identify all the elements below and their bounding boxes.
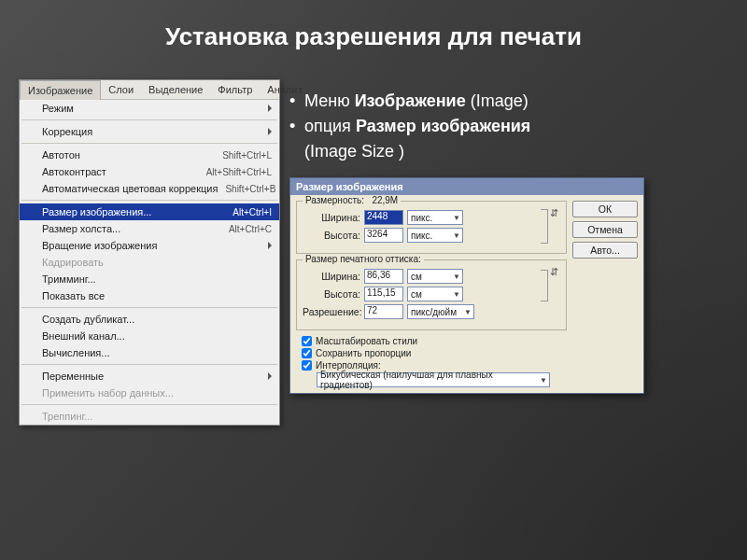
menu-shortcut: Shift+Ctrl+L — [215, 150, 272, 161]
menu-item[interactable]: АвтоконтрастAlt+Shift+Ctrl+L — [20, 163, 279, 180]
menu-separator — [21, 404, 277, 405]
width-label-print: Ширина: — [303, 271, 360, 282]
menu-item[interactable]: Переменные — [20, 368, 279, 385]
menu-item: Применить набор данных... — [20, 385, 279, 401]
menu-item[interactable]: Размер изображения...Alt+Ctrl+I — [20, 203, 279, 220]
scale-styles-label: Масштабировать стили — [316, 336, 417, 346]
menu-item[interactable]: Автоматическая цветовая коррекцияShift+C… — [20, 180, 279, 197]
menu-item[interactable]: АвтотонShift+Ctrl+L — [20, 147, 279, 163]
print-height-input[interactable]: 115,15 — [364, 287, 403, 301]
menu-item[interactable]: Вращение изображения — [20, 237, 279, 254]
image-menu-dropdown: Изображение Слои Выделение Фильтр Анализ… — [19, 79, 280, 426]
menubar: Изображение Слои Выделение Фильтр Анализ — [20, 80, 279, 100]
dialog-title: Размер изображения — [290, 178, 643, 195]
menu-item-label: Внешний канал... — [42, 330, 125, 342]
menu-item-label: Кадрировать — [42, 257, 104, 268]
menu-item[interactable]: Вычисления... — [20, 344, 279, 361]
menu-shortcut: Alt+Ctrl+C — [221, 224, 272, 234]
print-width-unit[interactable]: см▼ — [407, 269, 463, 284]
menu-shortcut: Shift+Ctrl+B — [218, 184, 275, 194]
menu-item-label: Размер изображения... — [42, 206, 151, 217]
link-icon[interactable]: ⇵ — [548, 207, 560, 245]
menu-separator — [21, 119, 277, 120]
menu-item[interactable]: Создать дубликат... — [20, 311, 279, 328]
menu-separator — [21, 143, 277, 144]
menu-shortcut: Alt+Ctrl+I — [225, 207, 272, 217]
menu-item-label: Автоконтраст — [42, 166, 106, 177]
menu-separator — [21, 200, 277, 201]
menubar-item-layers[interactable]: Слои — [101, 80, 141, 99]
ok-button[interactable]: ОК — [572, 201, 638, 217]
dimensions-value: 22,9M — [372, 195, 398, 205]
menu-item-label: Переменные — [42, 371, 104, 382]
print-width-input[interactable]: 86,36 — [364, 269, 403, 284]
print-size-group: Размер печатного оттиска: Ширина: 86,36 … — [296, 259, 567, 330]
menu-item: Кадрировать — [20, 254, 279, 271]
menubar-item-filter[interactable]: Фильтр — [210, 80, 260, 99]
menubar-item-image[interactable]: Изображение — [20, 80, 101, 100]
menu-item-label: Автотон — [42, 149, 80, 161]
height-label-print: Высота: — [303, 288, 360, 300]
menu-item-label: Вычисления... — [42, 347, 110, 358]
menu-item[interactable]: Внешний канал... — [20, 328, 279, 344]
bullet-2: опция Размер изображения (Image Size ) — [289, 114, 728, 164]
menu-item-label: Режим — [42, 103, 74, 114]
menu-item[interactable]: Тримминг... — [20, 271, 279, 287]
bullet-list: Меню Изображение (Image) опция Размер из… — [289, 89, 728, 164]
menu-item[interactable]: Коррекция — [20, 123, 279, 140]
menu-separator — [21, 364, 277, 365]
interpolation-select[interactable]: Бикубическая (наилучшая для плавных град… — [317, 372, 550, 387]
menu-item-label: Коррекция — [42, 126, 92, 137]
resolution-unit[interactable]: пикс/дюйм▼ — [407, 304, 474, 319]
cancel-button[interactable]: Отмена — [572, 221, 638, 238]
menu-item-label: Вращение изображения — [42, 240, 157, 251]
menu-item-label: Показать все — [42, 290, 105, 301]
width-label-px: Ширина: — [303, 212, 360, 223]
menu-item-label: Тримминг... — [42, 273, 96, 285]
slide-title: Установка разрешения для печати — [0, 0, 747, 51]
interpolation-checkbox[interactable] — [302, 360, 312, 371]
menu-separator — [21, 307, 277, 308]
image-size-dialog: Размер изображения Размерность: 22,9M Ши… — [289, 177, 644, 394]
menu-item-label: Автоматическая цветовая коррекция — [42, 183, 218, 194]
menu-item-label: Треппинг... — [42, 411, 92, 422]
pixel-height-input[interactable]: 3264 — [364, 228, 403, 243]
auto-button[interactable]: Авто... — [572, 242, 638, 259]
pixel-height-unit[interactable]: пикс.▼ — [407, 228, 463, 243]
constrain-prop-checkbox[interactable] — [302, 348, 312, 358]
menu-item-label: Размер холста... — [42, 223, 120, 234]
menu-item[interactable]: Размер холста...Alt+Ctrl+C — [20, 220, 279, 237]
link-icon-2[interactable]: ⇵ — [548, 266, 560, 322]
height-label-px: Высота: — [303, 230, 360, 241]
menu-item[interactable]: Показать все — [20, 287, 279, 304]
print-height-unit[interactable]: см▼ — [407, 287, 463, 301]
menu-item: Треппинг... — [20, 408, 279, 425]
pixel-width-input[interactable]: 2448 — [364, 210, 403, 225]
resolution-label: Разрешение: — [303, 306, 360, 317]
menubar-item-selection[interactable]: Выделение — [141, 80, 210, 99]
menu-shortcut: Alt+Shift+Ctrl+L — [199, 167, 272, 177]
constrain-prop-label: Сохранить пропорции — [316, 348, 411, 358]
resolution-input[interactable]: 72 — [364, 304, 403, 319]
menu-item[interactable]: Режим — [20, 100, 279, 117]
scale-styles-checkbox[interactable] — [302, 336, 312, 346]
dimensions-label: Размерность: — [305, 195, 364, 205]
print-size-legend: Размер печатного оттиска: — [303, 254, 424, 264]
menu-item-label: Применить набор данных... — [42, 387, 174, 399]
bullet-1: Меню Изображение (Image) — [289, 89, 728, 114]
menu-item-label: Создать дубликат... — [42, 314, 134, 325]
pixel-dimensions-group: Размерность: 22,9M Ширина: 2448 пикс.▼ — [296, 201, 567, 254]
pixel-width-unit[interactable]: пикс.▼ — [407, 210, 463, 225]
